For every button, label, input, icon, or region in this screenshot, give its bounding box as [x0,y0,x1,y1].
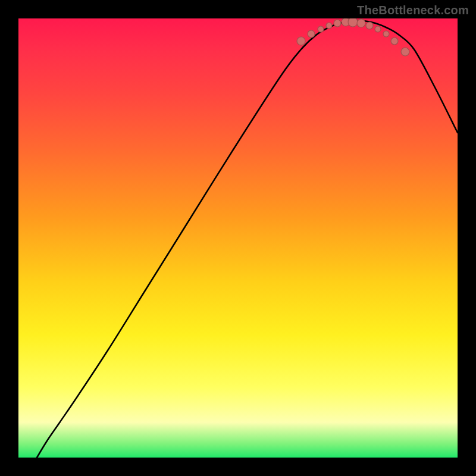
marker-dot [391,37,398,45]
curve-layer [18,18,458,458]
chart-frame: TheBottleneck.com [0,0,476,476]
marker-dot [326,23,332,29]
plot-area [18,18,458,458]
marker-dot [357,19,365,27]
marker-dot [308,30,315,37]
marker-dot [366,22,373,29]
bottleneck-curve [37,21,458,458]
marker-dot [383,31,389,37]
marker-dot [401,48,409,56]
marker-dot [375,26,381,32]
marker-dot [348,18,358,27]
watermark-text: TheBottleneck.com [357,4,469,17]
marker-dot [334,20,341,27]
marker-dot [318,26,324,32]
marker-dot [297,37,305,45]
